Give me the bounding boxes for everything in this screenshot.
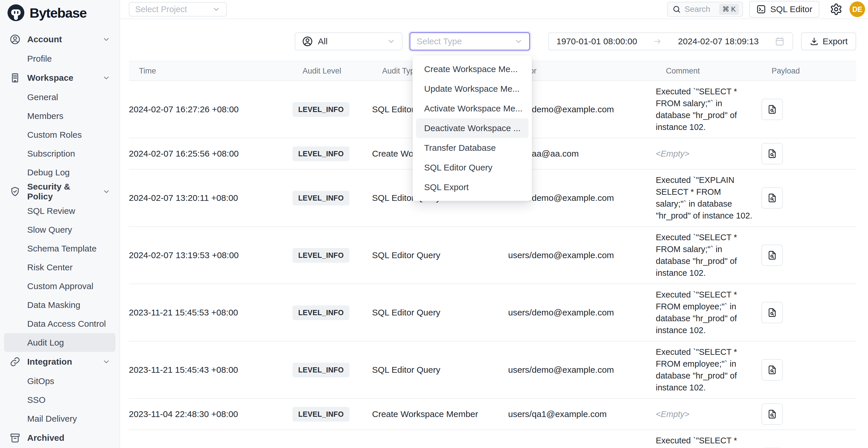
payload-button[interactable] bbox=[762, 245, 783, 266]
sidebar-item-risk-center[interactable]: Risk Center bbox=[4, 258, 116, 277]
sidebar-item-general[interactable]: General bbox=[4, 88, 116, 106]
cell-audit-level: LEVEL_INFO bbox=[292, 191, 372, 205]
comment-text: Executed `"SELECT * FROM salary;"` in da… bbox=[656, 233, 737, 278]
sidebar-item-sql-review[interactable]: SQL Review bbox=[4, 201, 116, 220]
sidebar-item-schema-template[interactable]: Schema Template bbox=[4, 239, 116, 258]
column-header-payload: Payload bbox=[772, 67, 857, 75]
sidebar-item-sso[interactable]: SSO bbox=[4, 390, 116, 409]
menu-item-sql-export[interactable]: SQL Export bbox=[412, 178, 532, 197]
sql-editor-button[interactable]: SQL Editor bbox=[749, 1, 819, 18]
sidebar-item-subscription[interactable]: Subscription bbox=[4, 144, 116, 163]
comment-text: Executed `"SELECT * FROM salary;"` in da… bbox=[656, 87, 737, 132]
date-to[interactable]: 2024-02-07 18:09:13 bbox=[678, 36, 759, 46]
empty-comment: <Empty> bbox=[656, 410, 689, 419]
sidebar-item-slow-query[interactable]: Slow Query bbox=[4, 220, 116, 239]
content: All Select Type 1970-01-01 08:00:00 2024… bbox=[120, 19, 868, 448]
brand-name: Bytebase bbox=[30, 5, 87, 21]
payload-button[interactable] bbox=[762, 302, 783, 323]
menu-item-deactivate-workspace[interactable]: Deactivate Workspace ... bbox=[416, 118, 528, 138]
avatar[interactable]: DE bbox=[849, 1, 865, 17]
level-badge: LEVEL_INFO bbox=[292, 102, 349, 117]
cell-actor: users/demo@example.com bbox=[508, 250, 656, 260]
settings-gear-icon[interactable] bbox=[830, 3, 842, 15]
arrow-right-icon bbox=[653, 37, 662, 46]
building-icon bbox=[9, 72, 21, 84]
sidebar-section-integration[interactable]: Integration bbox=[4, 352, 116, 372]
sidebar-item-label: Custom Approval bbox=[27, 281, 93, 291]
sidebar-item-custom-approval[interactable]: Custom Approval bbox=[4, 277, 116, 295]
cell-comment: Executed `"SELECT * FROM salary;"` in da… bbox=[656, 231, 762, 279]
payload-button[interactable] bbox=[762, 143, 783, 164]
archive-icon bbox=[9, 432, 21, 444]
menu-item-update-workspace-me[interactable]: Update Workspace Me... bbox=[412, 79, 532, 99]
sidebar-item-audit-log[interactable]: Audit Log bbox=[4, 333, 116, 352]
column-header-actor: Actor bbox=[518, 67, 666, 75]
sidebar-section-account[interactable]: Account bbox=[4, 30, 116, 49]
level-badge: LEVEL_INFO bbox=[292, 147, 349, 161]
level-badge: LEVEL_INFO bbox=[292, 363, 349, 377]
sidebar-item-gitops[interactable]: GitOps bbox=[4, 372, 116, 390]
search-input[interactable]: Search ⌘ K bbox=[667, 2, 743, 17]
date-from[interactable]: 1970-01-01 08:00:00 bbox=[556, 36, 637, 46]
sidebar-item-data-masking[interactable]: Data Masking bbox=[4, 295, 116, 314]
sidebar-item-custom-roles[interactable]: Custom Roles bbox=[4, 125, 116, 144]
cell-comment: Executed `"SELECT * FROM employee;"` in … bbox=[656, 346, 762, 393]
user-circle-icon bbox=[9, 34, 21, 45]
menu-item-sql-editor-query[interactable]: SQL Editor Query bbox=[412, 158, 532, 178]
table-row: 2024-02-07 13:19:53 +08:00LEVEL_INFOSQL … bbox=[129, 227, 856, 284]
date-range-picker[interactable]: 1970-01-01 08:00:00 2024-02-07 18:09:13 bbox=[548, 32, 793, 50]
search-shortcut-badge: ⌘ K bbox=[719, 4, 739, 15]
sidebar-item-label: Members bbox=[27, 111, 63, 121]
sidebar-item-mail-delivery[interactable]: Mail Delivery bbox=[4, 409, 116, 428]
type-filter-select[interactable]: Select Type bbox=[410, 32, 530, 50]
search-icon bbox=[672, 5, 681, 13]
sidebar-item-debug-log[interactable]: Debug Log bbox=[4, 163, 116, 182]
sidebar-section-archived[interactable]: Archived bbox=[4, 428, 116, 448]
cell-actor: users/demo@example.com bbox=[508, 365, 656, 375]
menu-item-create-workspace-me[interactable]: Create Workspace Me... bbox=[412, 59, 532, 79]
terminal-icon bbox=[756, 4, 766, 14]
sidebar-nav: AccountProfileWorkspaceGeneralMembersCus… bbox=[0, 26, 120, 448]
chevron-down-icon bbox=[102, 74, 110, 82]
chevron-down-icon bbox=[102, 35, 110, 43]
payload-button[interactable] bbox=[762, 359, 783, 381]
menu-item-transfer-database[interactable]: Transfer Database bbox=[412, 138, 532, 158]
sidebar-section-label: Integration bbox=[27, 357, 72, 367]
table-row: 2023-11-04 22:48:30 +08:00LEVEL_INFOCrea… bbox=[129, 399, 856, 430]
cell-comment: Executed `"SELECT * FROM salary;"` in da… bbox=[656, 86, 762, 133]
file-search-icon bbox=[767, 250, 778, 261]
chevron-down-icon bbox=[102, 188, 110, 196]
sidebar-section-security-policy[interactable]: Security & Policy bbox=[4, 182, 116, 201]
file-search-icon bbox=[767, 364, 778, 375]
cell-actor: users/demo@example.com bbox=[508, 308, 656, 318]
cell-payload bbox=[762, 404, 847, 425]
sidebar-item-label: Subscription bbox=[27, 149, 75, 159]
project-select-value: Select Project bbox=[135, 5, 187, 14]
cell-time: 2023-11-21 15:45:43 +08:00 bbox=[129, 365, 292, 375]
level-badge: LEVEL_INFO bbox=[292, 305, 349, 320]
sidebar-item-data-access-control[interactable]: Data Access Control bbox=[4, 314, 116, 333]
sidebar-item-profile[interactable]: Profile bbox=[4, 49, 116, 68]
sidebar-item-label: Custom Roles bbox=[27, 130, 82, 140]
chevron-down-icon bbox=[514, 37, 523, 46]
cell-audit-type: SQL Editor Query bbox=[372, 308, 508, 318]
type-filter-placeholder: Select Type bbox=[416, 36, 462, 46]
payload-button[interactable] bbox=[762, 404, 783, 425]
project-select[interactable]: Select Project bbox=[129, 2, 227, 17]
user-circle-icon bbox=[302, 36, 313, 47]
sidebar-section-label: Account bbox=[27, 34, 62, 44]
payload-button[interactable] bbox=[762, 187, 783, 209]
payload-button[interactable] bbox=[762, 99, 783, 120]
export-button[interactable]: Export bbox=[801, 32, 856, 50]
sidebar-item-label: Schema Template bbox=[27, 244, 97, 254]
sidebar-item-members[interactable]: Members bbox=[4, 106, 116, 125]
sidebar-item-label: Data Masking bbox=[27, 300, 80, 310]
comment-text: Executed `"EXPLAIN SELECT * FROM salary;… bbox=[656, 175, 752, 220]
menu-item-activate-workspace-me[interactable]: Activate Workspace Me... bbox=[412, 99, 532, 118]
column-header-comment: Comment bbox=[666, 67, 772, 75]
empty-comment: <Empty> bbox=[656, 149, 689, 158]
sidebar-item-label: General bbox=[27, 92, 58, 102]
logo[interactable]: Bytebase bbox=[0, 0, 120, 26]
actor-filter-select[interactable]: All bbox=[295, 32, 402, 50]
sidebar-section-workspace[interactable]: Workspace bbox=[4, 68, 116, 88]
